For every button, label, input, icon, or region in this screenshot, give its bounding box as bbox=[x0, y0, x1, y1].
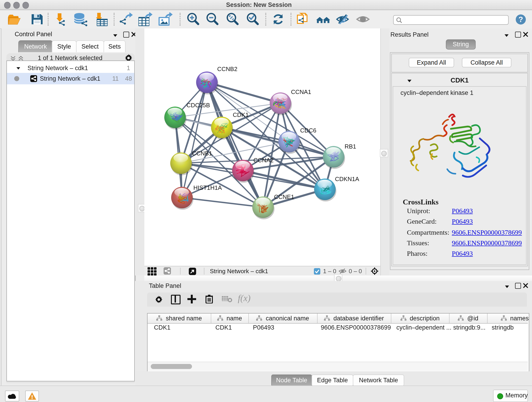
svg-text:CDC25B: CDC25B bbox=[186, 102, 210, 109]
svg-text:CDC6: CDC6 bbox=[300, 127, 317, 134]
svg-text:?: ? bbox=[519, 15, 523, 24]
svg-text:CCNB1: CCNB1 bbox=[192, 150, 212, 157]
svg-text:HIST1H1A: HIST1H1A bbox=[193, 184, 222, 191]
svg-text:CDK1: CDK1 bbox=[233, 111, 249, 118]
svg-text:CCNA2: CCNA2 bbox=[253, 157, 273, 164]
svg-text:CCNA1: CCNA1 bbox=[291, 89, 311, 95]
svg-text:CDKN1A: CDKN1A bbox=[335, 176, 359, 182]
svg-text:CCNB2: CCNB2 bbox=[217, 65, 237, 72]
svg-text:RB1: RB1 bbox=[345, 143, 356, 150]
svg-text:CCNE1: CCNE1 bbox=[274, 193, 294, 200]
